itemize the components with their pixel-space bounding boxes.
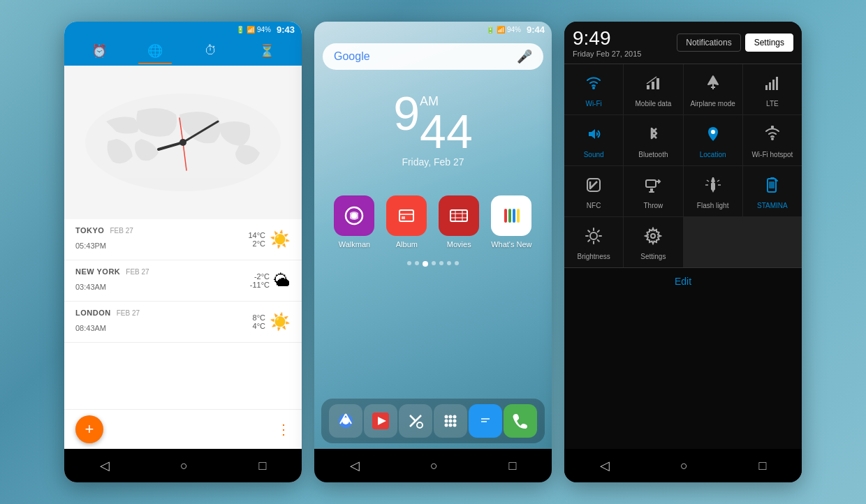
tab-alarm[interactable]: ⏰ (71, 38, 127, 63)
tile-lte[interactable]: LTE (743, 64, 802, 114)
svg-point-48 (711, 130, 715, 134)
phone2-status-bar: 🔋 📶 94% 9:44 (314, 22, 552, 38)
tile-flashlight[interactable]: Flash light (684, 166, 742, 216)
tile-stamina[interactable]: STAMINA (743, 166, 802, 216)
app-album[interactable]: Album (386, 195, 427, 249)
tile-bluetooth[interactable]: Bluetooth (624, 115, 682, 165)
bluetooth-label: Bluetooth (638, 151, 668, 158)
svg-rect-61 (770, 177, 775, 179)
location-icon (704, 125, 722, 147)
svg-point-7 (351, 213, 357, 218)
tile-throw[interactable]: Throw (624, 166, 682, 216)
stamina-label: STAMINA (757, 202, 788, 209)
app-movies[interactable]: Movies (439, 195, 479, 249)
tab-stopwatch[interactable]: ⏱ (183, 38, 239, 63)
svg-rect-42 (656, 78, 659, 89)
svg-line-57 (717, 180, 719, 181)
city-list: TOKYO FEB 27 05:43PM 14°C 2°C ☀️ (64, 219, 302, 409)
svg-line-73 (588, 240, 589, 242)
recents-button[interactable]: □ (508, 459, 516, 473)
city-name-tokyo: TOKYO (75, 226, 104, 235)
weather-tokyo: 14°C 2°C ☀️ (248, 230, 291, 249)
wifi-label: Wi-Fi (585, 100, 601, 108)
home-button[interactable]: ○ (430, 459, 438, 473)
dock-phone[interactable] (504, 404, 537, 438)
dock-play[interactable] (364, 404, 397, 438)
movies-label: Movies (447, 240, 471, 249)
app-walkman[interactable]: Walkman (334, 195, 374, 249)
phone2-status-time: 9:44 (527, 24, 545, 35)
edit-button[interactable]: Edit (675, 276, 691, 287)
airplane-label: Airplane mode (690, 100, 735, 108)
tile-mobile-data[interactable]: Mobile data (624, 64, 682, 114)
svg-point-28 (449, 415, 453, 419)
city-time-ny: 03:43AM (75, 276, 250, 294)
city-row-new-york[interactable]: NEW YORK FEB 27 03:43AM -2°C -11°C 🌥 (64, 260, 302, 302)
weather-icon-london: ☀️ (270, 312, 291, 332)
tile-brightness[interactable]: Brightness (564, 217, 623, 267)
google-logo: Google (334, 50, 370, 63)
city-row-tokyo[interactable]: TOKYO FEB 27 05:43PM 14°C 2°C ☀️ (64, 219, 302, 260)
city-time-tokyo: 05:43PM (75, 235, 248, 253)
throw-label: Throw (643, 202, 663, 209)
mobile-data-label: Mobile data (636, 100, 672, 108)
dot-3 (423, 261, 428, 267)
home-button[interactable]: ○ (180, 459, 188, 473)
sound-label: Sound (584, 151, 604, 158)
more-options-button[interactable]: ⋮ (277, 421, 291, 438)
home-button[interactable]: ○ (680, 459, 688, 473)
svg-point-30 (445, 420, 448, 423)
dock-chrome[interactable] (329, 404, 362, 438)
tab-settings[interactable]: Settings (745, 34, 793, 52)
tile-nfc[interactable]: NFC (564, 166, 623, 216)
back-button[interactable]: ◁ (100, 458, 110, 473)
sound-icon (585, 125, 603, 147)
tab-notifications[interactable]: Notifications (677, 34, 740, 52)
svg-point-35 (453, 424, 457, 427)
notif-time: 9:49 (573, 27, 641, 50)
tile-location[interactable]: Location (684, 115, 742, 165)
svg-rect-17 (508, 209, 511, 223)
app-whatsnew[interactable]: What's New (491, 195, 531, 249)
recents-button[interactable]: □ (758, 459, 766, 473)
lte-icon (763, 74, 781, 96)
dot-5 (439, 261, 443, 265)
back-button[interactable]: ◁ (600, 458, 610, 473)
battery-percent: 94% (257, 26, 271, 34)
weather-icon-ny: 🌥 (274, 271, 291, 290)
svg-rect-9 (402, 216, 405, 219)
phone1-status-icons: 🔋 📶 94% (236, 26, 271, 34)
notif-tabs: Notifications Settings (677, 34, 793, 52)
tile-wifi[interactable]: Wi-Fi (564, 64, 623, 114)
svg-rect-62 (769, 181, 775, 188)
city-date-tokyo: FEB 27 (110, 227, 133, 235)
svg-point-32 (453, 420, 457, 423)
tile-sound[interactable]: Sound (564, 115, 623, 165)
recents-button[interactable]: □ (258, 459, 266, 473)
whatsnew-icon (491, 195, 531, 236)
clock-minutes: 44 (420, 108, 473, 155)
home-time-widget: 9 AM 44 Friday, Feb 27 (314, 89, 552, 168)
svg-rect-45 (772, 80, 775, 90)
lte-label: LTE (766, 100, 779, 108)
svg-rect-53 (650, 188, 653, 191)
weather-ny: -2°C -11°C 🌥 (250, 271, 291, 290)
settings-tile-label: Settings (640, 253, 666, 260)
city-row-london[interactable]: LONDON FEB 27 08:43AM 8°C 4°C ☀️ (64, 302, 302, 343)
add-city-button[interactable]: + (75, 415, 103, 443)
tile-airplane[interactable]: Airplane mode (684, 64, 742, 114)
svg-line-25 (410, 415, 416, 421)
svg-rect-19 (517, 209, 520, 223)
tab-timer[interactable]: ⏳ (239, 38, 295, 63)
microphone-icon[interactable]: 🎤 (517, 49, 532, 64)
dock-tools[interactable] (399, 404, 432, 438)
back-button[interactable]: ◁ (350, 458, 360, 473)
svg-rect-52 (646, 180, 656, 187)
tab-world-clock[interactable]: 🌐 (127, 38, 183, 63)
tile-settings[interactable]: Settings (624, 217, 682, 267)
google-search-bar[interactable]: Google 🎤 (323, 43, 543, 70)
dock-launcher[interactable] (434, 404, 467, 438)
tile-hotspot[interactable]: Wi-Fi hotspot (743, 115, 802, 165)
phone3-nav-bar: ◁ ○ □ (564, 449, 802, 482)
dock-message[interactable] (469, 404, 502, 438)
